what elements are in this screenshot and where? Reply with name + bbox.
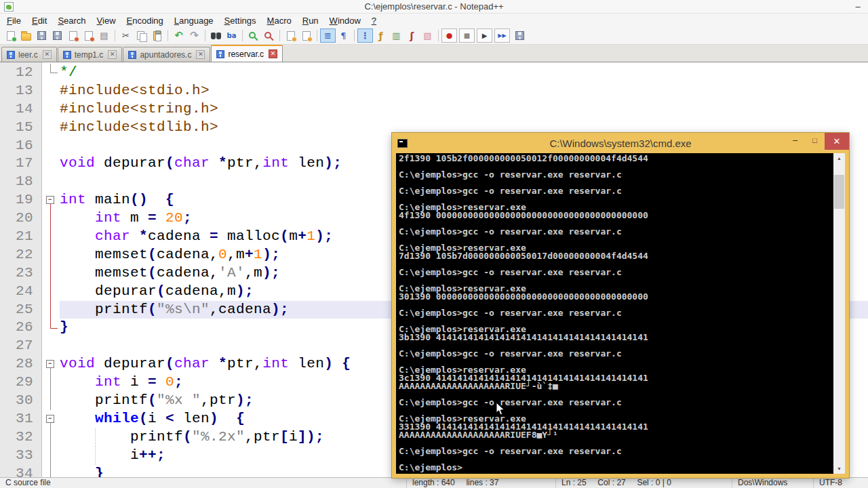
menu-window[interactable]: Window <box>324 15 366 26</box>
word-wrap-button[interactable]: ≣ <box>320 28 336 43</box>
cmd-maximize-button[interactable]: □ <box>805 133 825 148</box>
notepadpp-titlebar[interactable]: C:\ejemplos\reservar.c - Notepad++ – <box>0 0 868 14</box>
menu-help[interactable]: ? <box>366 15 382 26</box>
line-number[interactable]: 12 <box>0 64 42 82</box>
fold-margin[interactable] <box>42 428 60 447</box>
menu-settings[interactable]: Settings <box>219 15 262 26</box>
fold-margin[interactable]: − <box>42 191 60 209</box>
line-number[interactable]: 17 <box>0 155 42 173</box>
menu-encoding[interactable]: Encoding <box>121 15 169 26</box>
console-output[interactable]: 2f1390 105b2f000000000050012f00000000004… <box>396 153 833 474</box>
cmd-titlebar[interactable]: C:\Windows\system32\cmd.exe – □ ✕ <box>392 133 849 153</box>
tab-temp1-c[interactable]: temp1.c✕ <box>58 47 123 62</box>
fold-margin[interactable] <box>42 264 60 283</box>
fold-margin[interactable] <box>42 137 60 155</box>
line-number[interactable]: 20 <box>0 209 42 228</box>
fold-margin[interactable] <box>42 246 60 264</box>
zoom-in-button[interactable] <box>245 28 261 43</box>
sync-scroll-horizontal-button[interactable] <box>298 28 314 43</box>
menu-view[interactable]: View <box>92 15 121 26</box>
fold-margin[interactable] <box>42 337 60 355</box>
line-number[interactable]: 27 <box>0 337 42 355</box>
close-button[interactable] <box>65 28 81 43</box>
fold-margin[interactable] <box>42 100 60 119</box>
close-all-button[interactable] <box>81 28 96 43</box>
line-number[interactable]: 32 <box>0 428 42 447</box>
new-file-button[interactable] <box>3 28 18 43</box>
line-number[interactable]: 15 <box>0 119 42 137</box>
line-number[interactable]: 23 <box>0 264 42 283</box>
document-map-button[interactable]: ▥ <box>389 28 404 43</box>
zoom-out-button[interactable] <box>261 28 277 43</box>
show-all-characters-button[interactable]: ¶ <box>336 28 351 43</box>
line-number[interactable]: 31 <box>0 410 42 428</box>
line-number[interactable]: 25 <box>0 301 42 319</box>
tab-apuntadores-c[interactable]: apuntadores.c✕ <box>123 47 210 62</box>
scroll-down-icon[interactable]: ▼ <box>833 464 845 474</box>
line-number[interactable]: 18 <box>0 173 42 191</box>
fold-margin[interactable] <box>42 209 60 228</box>
menu-search[interactable]: Search <box>52 15 91 26</box>
fold-margin[interactable] <box>42 82 60 100</box>
paste-button[interactable] <box>149 28 165 43</box>
fold-margin[interactable] <box>42 283 60 301</box>
tab-close-icon[interactable]: ✕ <box>269 49 277 58</box>
line-number[interactable]: 14 <box>0 100 42 119</box>
code-line[interactable]: 14#include<string.h> <box>0 100 868 119</box>
line-number[interactable]: 33 <box>0 447 42 465</box>
fold-margin[interactable] <box>42 465 60 477</box>
save-button[interactable] <box>34 28 50 43</box>
menu-run[interactable]: Run <box>297 15 324 26</box>
line-number[interactable]: 22 <box>0 246 42 264</box>
fold-margin[interactable] <box>42 155 60 173</box>
fold-margin[interactable] <box>42 319 60 337</box>
indent-guide-button[interactable]: ⋮ <box>357 28 373 43</box>
line-number[interactable]: 19 <box>0 191 42 209</box>
code-line[interactable]: 13#include<stdio.h> <box>0 82 868 100</box>
tab-leer-c[interactable]: leer.c✕ <box>1 47 57 62</box>
save-all-button[interactable] <box>50 28 65 43</box>
fold-margin[interactable]: − <box>42 355 60 373</box>
fold-margin[interactable] <box>42 119 60 137</box>
menu-edit[interactable]: Edit <box>26 15 52 26</box>
line-number[interactable]: 26 <box>0 319 42 337</box>
fold-margin[interactable] <box>42 64 60 82</box>
redo-button[interactable]: ↷ <box>186 28 202 43</box>
sync-scroll-vertical-button[interactable] <box>283 28 298 43</box>
scrollbar-thumb[interactable] <box>834 175 844 209</box>
line-number[interactable]: 28 <box>0 355 42 373</box>
scroll-up-icon[interactable]: ▲ <box>833 153 845 163</box>
fold-margin[interactable] <box>42 228 60 246</box>
copy-button[interactable] <box>134 28 149 43</box>
macro-run-multiple-button[interactable]: ▶▶ <box>494 28 510 43</box>
cmd-window[interactable]: C:\Windows\system32\cmd.exe – □ ✕ 2f1390… <box>392 133 849 478</box>
tab-close-icon[interactable]: ✕ <box>196 50 205 59</box>
cmd-close-button[interactable]: ✕ <box>825 133 849 150</box>
find-button[interactable] <box>208 28 224 43</box>
menu-file[interactable]: File <box>1 15 26 26</box>
fold-margin[interactable] <box>42 373 60 392</box>
tab-close-icon[interactable]: ✕ <box>43 50 52 59</box>
fold-margin[interactable] <box>42 301 60 319</box>
line-number[interactable]: 29 <box>0 373 42 392</box>
fold-margin[interactable]: − <box>42 410 60 428</box>
undo-button[interactable]: ↶ <box>171 28 186 43</box>
line-number[interactable]: 16 <box>0 137 42 155</box>
console-scrollbar[interactable]: ▲ ▼ <box>833 153 845 474</box>
macro-play-button[interactable]: ▶ <box>477 28 492 43</box>
macro-save-button[interactable] <box>512 28 528 43</box>
line-number[interactable]: 30 <box>0 392 42 410</box>
function-list-button[interactable]: ƒ <box>373 28 389 43</box>
menu-macro[interactable]: Macro <box>262 15 297 26</box>
monitor-document-button[interactable]: ʃ <box>404 28 420 43</box>
fold-margin[interactable] <box>42 173 60 191</box>
print-button[interactable]: ▤ <box>96 28 112 43</box>
macro-record-button[interactable]: ● <box>441 28 457 43</box>
cut-button[interactable]: ✂ <box>118 28 134 43</box>
replace-button[interactable]: ba <box>224 28 239 43</box>
line-number[interactable]: 34 <box>0 465 42 477</box>
macro-stop-button[interactable]: ■ <box>459 28 475 43</box>
code-line[interactable]: 12*/ <box>0 64 868 82</box>
line-number[interactable]: 24 <box>0 283 42 301</box>
tab-close-icon[interactable]: ✕ <box>108 50 117 59</box>
